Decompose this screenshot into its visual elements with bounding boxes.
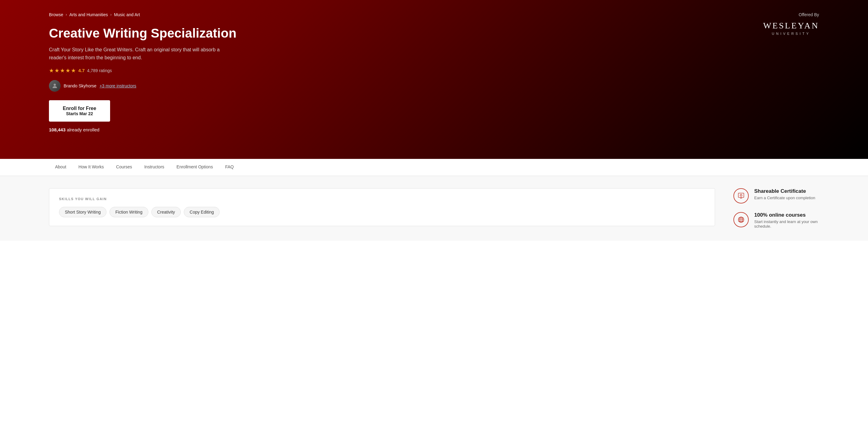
skill-tag-copy-editing: Copy Editing [184, 207, 220, 217]
chevron-icon: › [66, 12, 67, 17]
breadcrumb-browse[interactable]: Browse [49, 12, 63, 17]
rating-count: 4,789 ratings [87, 68, 112, 73]
star-rating: ★ ★ ★ ★ ★ [49, 67, 76, 74]
skill-tag-creativity: Creativity [151, 207, 181, 217]
hero-section: Browse › Arts and Humanities › Music and… [0, 0, 868, 159]
skill-tag-short-story: Short Story Writing [59, 207, 106, 217]
university-name-main: WESLEYAN [763, 21, 819, 31]
skills-card: SKILLS YOU WILL GAIN Short Story Writing… [49, 188, 715, 226]
skills-title: SKILLS YOU WILL GAIN [59, 197, 705, 201]
chevron-icon-2: › [111, 12, 112, 17]
content-right: Shareable Certificate Earn a Certificate… [734, 188, 819, 229]
online-title: 100% online courses [754, 212, 819, 218]
enroll-label: Enroll for Free [63, 106, 96, 111]
offered-by-label: Offered By [763, 12, 819, 17]
breadcrumb: Browse › Arts and Humanities › Music and… [49, 12, 237, 17]
globe-icon [734, 212, 749, 227]
online-text: 100% online courses Start instantly and … [754, 212, 819, 229]
rating-row: ★ ★ ★ ★ ★ 4.7 4,789 ratings [49, 67, 237, 74]
offered-by-section: Offered By WESLEYAN UNIVERSITY [763, 12, 819, 35]
content-left: SKILLS YOU WILL GAIN Short Story Writing… [49, 188, 715, 229]
svg-point-2 [740, 194, 742, 196]
enrolled-suffix: already enrolled [67, 127, 99, 132]
skills-tags: Short Story Writing Fiction Writing Crea… [59, 207, 705, 217]
tab-about[interactable]: About [49, 159, 72, 176]
instructor-name: Brando Skyhorse [64, 83, 96, 88]
avatar-image [49, 80, 61, 92]
nav-tabs: About How It Works Courses Instructors E… [0, 159, 868, 176]
university-name-sub: UNIVERSITY [772, 32, 810, 35]
hero-left: Browse › Arts and Humanities › Music and… [49, 12, 237, 132]
main-content: SKILLS YOU WILL GAIN Short Story Writing… [0, 176, 868, 241]
rating-number: 4.7 [78, 68, 85, 73]
instructor-more-link[interactable]: +3 more instructors [99, 83, 136, 88]
star-3: ★ [60, 67, 65, 74]
svg-point-0 [54, 83, 56, 86]
breadcrumb-music[interactable]: Music and Art [114, 12, 140, 17]
certificate-icon [734, 188, 749, 203]
certificate-text: Shareable Certificate Earn a Certificate… [754, 188, 815, 200]
info-item-certificate: Shareable Certificate Earn a Certificate… [734, 188, 819, 203]
enrolled-count: 108,443 already enrolled [49, 127, 237, 132]
hero-description: Craft Your Story Like the Great Writers.… [49, 46, 232, 61]
skill-tag-fiction: Fiction Writing [110, 207, 148, 217]
info-item-online: 100% online courses Start instantly and … [734, 212, 819, 229]
star-2: ★ [55, 67, 59, 74]
tab-how-it-works[interactable]: How It Works [72, 159, 110, 176]
svg-rect-1 [738, 193, 744, 197]
enroll-button[interactable]: Enroll for Free Starts Mar 22 [49, 100, 110, 122]
star-5: ★ [71, 67, 76, 74]
certificate-description: Earn a Certificate upon completion [754, 196, 815, 200]
breadcrumb-arts[interactable]: Arts and Humanities [69, 12, 108, 17]
avatar [49, 80, 61, 92]
page-title: Creative Writing Specialization [49, 26, 237, 41]
tab-courses[interactable]: Courses [110, 159, 138, 176]
certificate-title: Shareable Certificate [754, 188, 815, 194]
university-logo: WESLEYAN UNIVERSITY [763, 21, 819, 35]
tab-instructors[interactable]: Instructors [138, 159, 170, 176]
tab-faq[interactable]: FAQ [219, 159, 240, 176]
enrolled-number: 108,443 [49, 127, 65, 132]
star-4: ★ [65, 67, 70, 74]
instructor-row: Brando Skyhorse +3 more instructors [49, 80, 237, 92]
online-description: Start instantly and learn at your own sc… [754, 219, 819, 229]
enroll-date: Starts Mar 22 [66, 111, 93, 116]
tab-enrollment[interactable]: Enrollment Options [170, 159, 219, 176]
star-1: ★ [49, 67, 54, 74]
